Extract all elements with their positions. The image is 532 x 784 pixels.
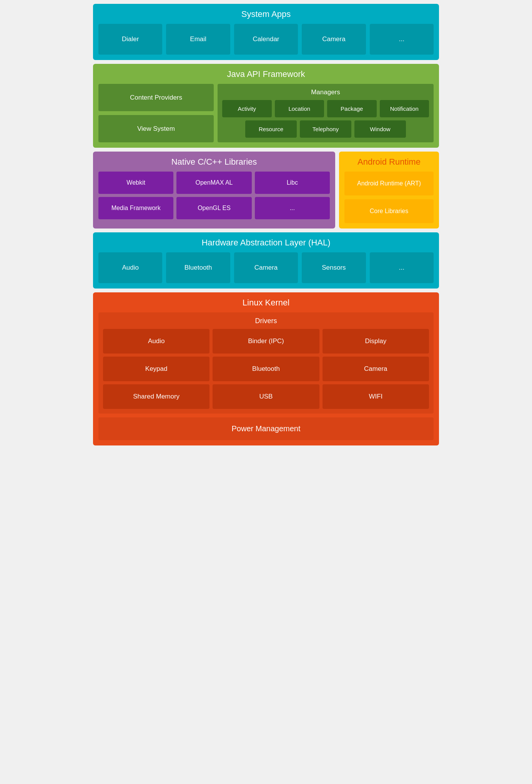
hal-more-box: ... bbox=[370, 252, 434, 283]
webkit-box: Webkit bbox=[98, 172, 173, 194]
hal-bluetooth-box: Bluetooth bbox=[166, 252, 230, 283]
native-cpp-grid: Webkit OpenMAX AL Libc Media Framework O… bbox=[98, 172, 330, 219]
libc-box: Libc bbox=[255, 172, 330, 194]
calendar-box: Calendar bbox=[234, 24, 298, 55]
driver-usb: USB bbox=[213, 384, 319, 409]
android-architecture-diagram: System Apps Dialer Email Calendar Camera… bbox=[93, 4, 439, 445]
native-more-box: ... bbox=[255, 197, 330, 219]
android-runtime-title: Android Runtime bbox=[344, 157, 434, 167]
media-framework-box: Media Framework bbox=[98, 197, 173, 219]
java-api-left: Content Providers View System bbox=[98, 84, 214, 142]
system-apps-boxes: Dialer Email Calendar Camera ... bbox=[98, 24, 434, 55]
more-box: ... bbox=[370, 24, 434, 55]
view-system-box: View System bbox=[98, 115, 214, 142]
driver-camera: Camera bbox=[323, 357, 429, 381]
driver-display: Display bbox=[323, 329, 429, 354]
power-management-box: Power Management bbox=[98, 417, 434, 440]
managers-row2: Resource Telephony Window bbox=[245, 120, 406, 138]
content-providers-box: Content Providers bbox=[98, 84, 214, 111]
art-box: Android Runtime (ART) bbox=[344, 172, 434, 195]
telephony-mgr: Telephony bbox=[300, 120, 351, 138]
opengl-box: OpenGL ES bbox=[176, 197, 251, 219]
linux-kernel-layer: Linux Kernel Drivers Audio Binder (IPC) … bbox=[93, 292, 439, 445]
driver-bluetooth: Bluetooth bbox=[213, 357, 319, 381]
window-mgr: Window bbox=[354, 120, 406, 138]
driver-binder: Binder (IPC) bbox=[213, 329, 319, 354]
package-mgr: Package bbox=[327, 100, 377, 117]
system-apps-title: System Apps bbox=[98, 9, 434, 19]
openmax-box: OpenMAX AL bbox=[176, 172, 251, 194]
core-libraries-box: Core Libraries bbox=[344, 199, 434, 223]
email-box: Email bbox=[166, 24, 230, 55]
native-cpp-layer: Native C/C++ Libraries Webkit OpenMAX AL… bbox=[93, 152, 335, 229]
managers-section: Managers Activity Location Package Notif… bbox=[218, 84, 434, 142]
camera-box: Camera bbox=[302, 24, 366, 55]
java-api-inner: Content Providers View System Managers A… bbox=[98, 84, 434, 142]
location-mgr: Location bbox=[275, 100, 324, 117]
drivers-grid: Audio Binder (IPC) Display Keypad Blueto… bbox=[103, 329, 429, 409]
hal-sensors-box: Sensors bbox=[302, 252, 366, 283]
linux-kernel-title: Linux Kernel bbox=[98, 298, 434, 308]
managers-row1: Activity Location Package Notification bbox=[222, 100, 429, 117]
native-cpp-title: Native C/C++ Libraries bbox=[98, 157, 330, 167]
java-api-title: Java API Framework bbox=[98, 69, 434, 79]
managers-title: Managers bbox=[222, 88, 429, 96]
activity-mgr: Activity bbox=[222, 100, 272, 117]
driver-shared-memory: Shared Memory bbox=[103, 384, 209, 409]
dialer-box: Dialer bbox=[98, 24, 162, 55]
notification-mgr: Notification bbox=[380, 100, 429, 117]
drivers-section: Drivers Audio Binder (IPC) Display Keypa… bbox=[98, 312, 434, 414]
driver-audio: Audio bbox=[103, 329, 209, 354]
android-runtime-layer: Android Runtime Android Runtime (ART) Co… bbox=[339, 152, 439, 229]
hal-camera-box: Camera bbox=[234, 252, 298, 283]
native-runtime-row: Native C/C++ Libraries Webkit OpenMAX AL… bbox=[93, 152, 439, 229]
hal-boxes: Audio Bluetooth Camera Sensors ... bbox=[98, 252, 434, 283]
driver-wifi: WIFI bbox=[323, 384, 429, 409]
hal-layer: Hardware Abstraction Layer (HAL) Audio B… bbox=[93, 232, 439, 289]
driver-keypad: Keypad bbox=[103, 357, 209, 381]
hal-title: Hardware Abstraction Layer (HAL) bbox=[98, 238, 434, 248]
java-api-layer: Java API Framework Content Providers Vie… bbox=[93, 64, 439, 148]
hal-audio-box: Audio bbox=[98, 252, 162, 283]
system-apps-layer: System Apps Dialer Email Calendar Camera… bbox=[93, 4, 439, 60]
resource-mgr: Resource bbox=[245, 120, 297, 138]
drivers-title: Drivers bbox=[103, 317, 429, 325]
